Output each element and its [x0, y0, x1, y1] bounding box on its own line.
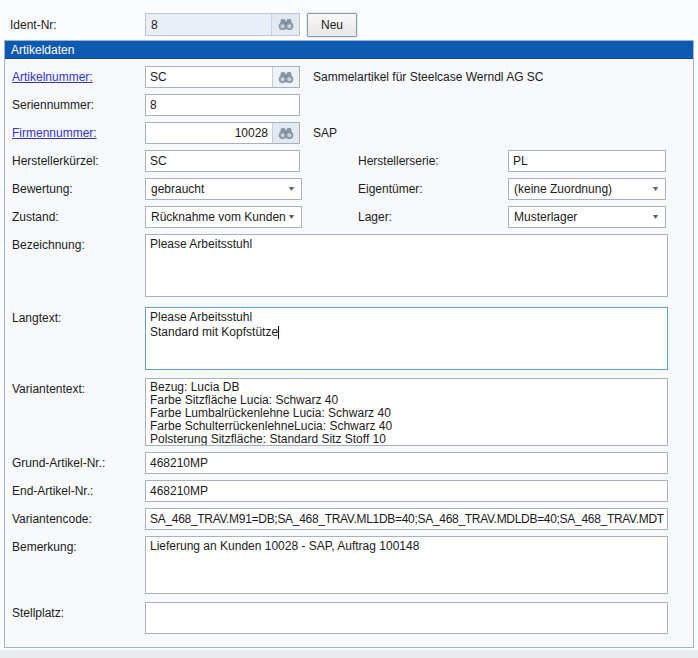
grund-artikel-nr-label: Grund-Artikel-Nr.: [12, 452, 145, 470]
binoculars-icon [278, 19, 294, 30]
bezeichnung-textarea[interactable]: Please Arbeitsstuhl [145, 234, 668, 297]
herstellerserie-label: Herstellerserie: [358, 150, 508, 168]
artikelnummer-input[interactable]: SC [145, 66, 300, 88]
ident-value: 8 [146, 18, 271, 32]
chevron-down-icon: ▼ [651, 213, 660, 221]
herstellerkuerzel-label: Herstellerkürzel: [12, 150, 145, 168]
artikelnummer-link[interactable]: Artikelnummer: [12, 70, 93, 84]
firmennummer-value: 10028 [146, 123, 272, 143]
bemerkung-label: Bemerkung: [12, 536, 145, 554]
firmennummer-input[interactable]: 10028 [145, 122, 300, 144]
zustand-select[interactable]: Rücknahme vom Kunden ▼ [145, 206, 302, 228]
binoculars-icon [278, 72, 294, 83]
chevron-down-icon: ▼ [287, 185, 296, 193]
langtext-textarea[interactable]: Please Arbeitsstuhl Standard mit Kopfstü… [145, 307, 668, 370]
end-artikel-nr-input[interactable] [145, 480, 668, 502]
bezeichnung-label: Bezeichnung: [12, 234, 145, 252]
eigentuemer-label: Eigentümer: [358, 178, 508, 196]
variantentext-textarea[interactable]: Bezug: Lucia DB Farbe Sitzfläche Lucia: … [145, 378, 668, 446]
bewertung-label: Bewertung: [12, 178, 145, 196]
page-background-strip [0, 650, 698, 658]
firmennummer-lookup-button[interactable] [272, 123, 299, 143]
variantentext-label: Variantentext: [12, 378, 145, 396]
ident-label: Ident-Nr: [10, 18, 145, 32]
text-cursor [278, 326, 279, 339]
variantencode-label: Variantencode: [12, 508, 145, 526]
artikelnummer-value: SC [146, 67, 272, 87]
lager-select[interactable]: Musterlager ▼ [508, 206, 666, 228]
panel-title: Artikeldaten [5, 41, 693, 59]
neu-button[interactable]: Neu [307, 13, 357, 37]
artikelnummer-lookup-button[interactable] [272, 67, 299, 87]
end-artikel-nr-label: End-Artikel-Nr.: [12, 480, 145, 498]
lager-label: Lager: [358, 206, 508, 224]
seriennummer-input[interactable] [145, 94, 300, 116]
herstellerserie-input[interactable] [508, 150, 666, 172]
seriennummer-label: Seriennummer: [12, 94, 145, 112]
artikeldaten-panel: Artikeldaten Artikelnummer: SC Sammelart… [4, 40, 694, 648]
grund-artikel-nr-input[interactable] [145, 452, 668, 474]
variantencode-input[interactable]: SA_468_TRAV.M91=DB;SA_468_TRAV.ML1DB=40;… [145, 508, 668, 530]
artikelnummer-description: Sammelartikel für Steelcase Werndl AG SC [300, 66, 544, 84]
ident-row: Ident-Nr: 8 Neu [0, 0, 698, 40]
binoculars-icon [278, 128, 294, 139]
chevron-down-icon: ▼ [651, 185, 660, 193]
chevron-down-icon: ▼ [287, 213, 296, 221]
ident-lookup-button[interactable] [271, 14, 299, 35]
firmennummer-description: SAP [300, 122, 337, 140]
stellplatz-textarea[interactable] [145, 602, 668, 634]
bemerkung-textarea[interactable]: Lieferung an Kunden 10028 - SAP, Auftrag… [145, 536, 668, 594]
stellplatz-label: Stellplatz: [12, 602, 145, 620]
ident-input[interactable]: 8 [145, 13, 300, 36]
zustand-label: Zustand: [12, 206, 145, 224]
firmennummer-link[interactable]: Firmennummer: [12, 126, 97, 140]
bewertung-select[interactable]: gebraucht ▼ [145, 178, 302, 200]
langtext-label: Langtext: [12, 307, 145, 325]
eigentuemer-select[interactable]: (keine Zuordnung) ▼ [508, 178, 666, 200]
herstellerkuerzel-input[interactable] [145, 150, 300, 172]
